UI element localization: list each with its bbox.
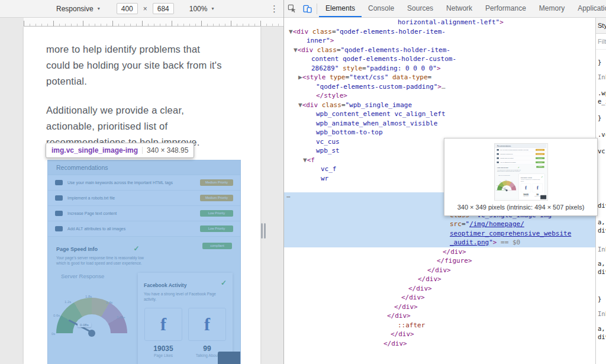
devtools-tab-strip: ElementsConsoleSourcesNetworkPerformance… bbox=[319, 0, 606, 17]
page-speed-title: Page Speed Info bbox=[56, 246, 98, 252]
tree-line[interactable]: </div> bbox=[284, 293, 595, 302]
audit-row-badge: Low Priority bbox=[536, 162, 544, 163]
paragraph-line: potential. bbox=[46, 73, 247, 89]
audit-row: Implement a robots.txt fileMedium Priori… bbox=[495, 152, 546, 156]
styles-filter-input[interactable]: Filter bbox=[596, 34, 606, 50]
tree-line[interactable]: _audit.png"> == $0 bbox=[284, 238, 595, 247]
tree-line[interactable]: </div> bbox=[284, 302, 595, 312]
audit-row-icon bbox=[497, 162, 498, 163]
tooltip-selector: img.vc_single_image-img bbox=[51, 146, 138, 154]
viewport-width-input[interactable] bbox=[117, 3, 138, 14]
facebook-stats: f19035Page Likesf99Talking About bbox=[520, 183, 543, 197]
tree-line[interactable]: seoptimer_comprehensive_website bbox=[284, 229, 595, 239]
audit-row: Increase Page text contentLow Priority bbox=[48, 206, 240, 221]
device-toolbar-menu-icon[interactable]: ⋮ bbox=[270, 4, 277, 14]
facebook-stat-value: 19035 bbox=[144, 344, 182, 353]
tree-overflow-marker[interactable]: ⋯ bbox=[286, 193, 291, 201]
zoom-label: 100% bbox=[189, 5, 208, 13]
facebook-title: Facebook Activity bbox=[144, 282, 186, 288]
audit-image-card: Recommendations Use your main keywords a… bbox=[495, 144, 547, 199]
tab-network[interactable]: Network bbox=[440, 0, 479, 17]
tab-sources[interactable]: Sources bbox=[401, 0, 440, 17]
audit-header: Recommendations bbox=[48, 160, 240, 175]
tree-line[interactable]: wpb_content_element vc_align_left bbox=[284, 109, 595, 119]
tree-line[interactable]: </div> bbox=[284, 284, 595, 294]
tree-line[interactable]: wpb_animate_when_almost_visible bbox=[284, 119, 595, 128]
audit-rows: Use your main keywords across the import… bbox=[48, 175, 240, 237]
device-mode-select[interactable]: Responsive ▾ bbox=[56, 5, 100, 13]
audit-row-text: Increase Page text content bbox=[67, 211, 200, 216]
tree-line[interactable]: 286289" style="padding: 0 0 0 0"> bbox=[284, 64, 595, 73]
panel-divider[interactable] bbox=[283, 0, 284, 364]
styles-fragment: vc bbox=[598, 147, 605, 154]
audit-image-card: Recommendations Use your main keywords a… bbox=[47, 160, 241, 364]
page-speed-badge: compliant bbox=[202, 243, 232, 249]
tab-performance[interactable]: Performance bbox=[479, 0, 533, 17]
tree-line[interactable]: </div> bbox=[284, 339, 595, 349]
zoom-select[interactable]: 100% ▾ bbox=[189, 5, 214, 13]
tree-line[interactable]: inner"> bbox=[284, 36, 595, 46]
audit-row-badge: Medium Priority bbox=[536, 153, 544, 155]
tree-line[interactable]: horizontal-alignment-left"> bbox=[284, 18, 595, 27]
check-icon: ✓ bbox=[541, 176, 543, 178]
facebook-stats: f19035Page Likesf99Talking About bbox=[144, 308, 227, 357]
tab-styles[interactable]: Styles bbox=[598, 22, 606, 29]
tree-line[interactable]: ▼<div class="qodef-elements-holder-item- bbox=[284, 27, 595, 37]
devtools-tabbar: ElementsConsoleSourcesNetworkPerformance… bbox=[284, 0, 606, 18]
gauge-tick: 0.6s bbox=[53, 314, 60, 317]
tree-line[interactable]: wpb_bottom-to-top bbox=[284, 128, 595, 137]
gauge-tick: 1.2s bbox=[65, 300, 71, 304]
image-preview-popup: Recommendations Use your main keywords a… bbox=[444, 138, 598, 216]
gauge-tick: 2.4s bbox=[106, 301, 112, 304]
check-icon: ✓ bbox=[221, 279, 227, 287]
viewport-resize-handle[interactable] bbox=[261, 223, 267, 239]
audit-row: Use your main keywords across the import… bbox=[495, 148, 546, 152]
device-toolbar-toggle-icon[interactable] bbox=[299, 1, 315, 17]
tree-line[interactable]: </div> bbox=[284, 275, 595, 284]
audit-row-icon bbox=[55, 195, 63, 201]
styles-fragment: .wp bbox=[598, 89, 606, 96]
gauge-tick: 0s bbox=[495, 190, 497, 191]
page-speed-description: Your page's server response time is reas… bbox=[56, 256, 145, 266]
server-response-gauge: 0s0.6s1.2s1.8s2.4s3.0s+ 0.08s bbox=[51, 286, 132, 340]
inspect-icon[interactable] bbox=[284, 1, 299, 17]
tree-line[interactable]: </div> bbox=[284, 311, 595, 321]
tree-line[interactable]: "qodef-elements-custom-padding">… bbox=[284, 82, 595, 92]
styles-fragment: .vc bbox=[598, 131, 606, 138]
audit-row: Add ALT attributes to all imagesLow Prio… bbox=[48, 221, 240, 237]
page-speed-description: Your page's server response time is reas… bbox=[497, 169, 521, 172]
tree-line[interactable]: </figure> bbox=[284, 256, 595, 266]
styles-fragment: div bbox=[598, 202, 606, 209]
styles-fragment: Inh bbox=[598, 310, 606, 317]
audit-row-badge: Low Priority bbox=[200, 210, 233, 217]
tree-line[interactable]: </div> bbox=[284, 247, 595, 257]
tree-line[interactable]: </div> bbox=[284, 266, 595, 275]
tree-line[interactable]: </div> bbox=[284, 330, 595, 339]
gauge-hub bbox=[505, 189, 507, 191]
tree-line[interactable]: ▼<div class="qodef-elements-holder-item- bbox=[284, 46, 595, 55]
audit-row: Increase Page text contentLow Priority bbox=[495, 156, 546, 160]
facebook-logo: f bbox=[144, 308, 182, 341]
chat-widget bbox=[540, 195, 546, 199]
tree-line[interactable]: content qodef-elements-holder-custom- bbox=[284, 54, 595, 64]
tab-application[interactable]: Application bbox=[571, 0, 606, 17]
tree-line[interactable]: ▼<div class="wpb_single_image bbox=[284, 101, 595, 110]
tree-line[interactable]: ::after bbox=[284, 321, 595, 330]
tab-console[interactable]: Console bbox=[362, 0, 401, 17]
audit-row-text: Use your main keywords across the import… bbox=[67, 181, 200, 185]
facebook-description: You have a strong level of Facebook Page… bbox=[144, 292, 227, 302]
styles-fragment: Inh bbox=[598, 246, 606, 253]
facebook-logo: f bbox=[188, 308, 226, 341]
facebook-stat: f19035Page Likes bbox=[144, 308, 182, 357]
chevron-down-icon: ▾ bbox=[98, 6, 100, 11]
tab-memory[interactable]: Memory bbox=[533, 0, 571, 17]
device-mode-label: Responsive bbox=[56, 5, 94, 13]
viewport-height-input[interactable] bbox=[153, 3, 174, 14]
tree-line[interactable]: src="/img/homepage/ bbox=[284, 220, 595, 229]
tab-elements[interactable]: Elements bbox=[319, 0, 362, 17]
tree-line[interactable]: </style> bbox=[284, 91, 595, 101]
audit-row-badge: Low Priority bbox=[536, 157, 544, 159]
tree-line[interactable]: ▶<style type="text/css" data-type= bbox=[284, 73, 595, 82]
inspected-image-region: Recommendations Use your main keywords a… bbox=[47, 160, 241, 364]
styles-pane-tabbar: Styles bbox=[596, 18, 606, 34]
